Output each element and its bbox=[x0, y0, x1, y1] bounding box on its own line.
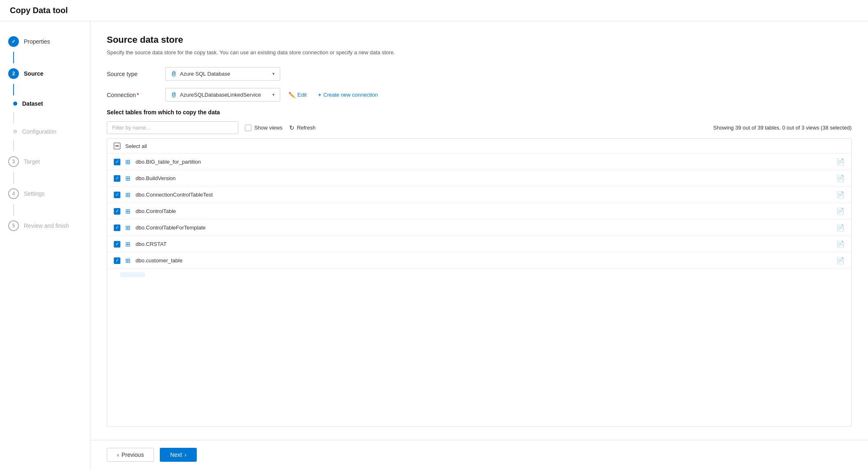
create-connection-link[interactable]: + Create new connection bbox=[315, 90, 381, 100]
table-checkbox-5[interactable]: ✓ bbox=[114, 241, 120, 248]
table-grid-icon-2: ⊞ bbox=[125, 191, 131, 199]
table-status: Showing 39 out of 39 tables, 0 out of 3 … bbox=[713, 125, 852, 131]
select-tables-label: Select tables from which to copy the dat… bbox=[107, 109, 852, 116]
select-all-checkbox[interactable] bbox=[114, 143, 120, 149]
table-row[interactable]: ✓ ⊞ dbo.ControlTableForTemplate 📄 bbox=[107, 220, 851, 236]
table-name-3: dbo.ControlTable bbox=[136, 208, 831, 214]
connection-label: Connection* bbox=[107, 92, 160, 98]
refresh-button[interactable]: ↻ Refresh bbox=[289, 124, 316, 132]
sidebar-label-properties: Properties bbox=[24, 38, 50, 45]
sidebar-label-dataset: Dataset bbox=[22, 100, 43, 107]
select-all-row[interactable]: Select all bbox=[107, 139, 851, 154]
source-type-select[interactable]: 🛢 Azure SQL Database ▾ bbox=[165, 67, 280, 81]
edit-icon: ✏️ bbox=[288, 92, 295, 98]
refresh-label: Refresh bbox=[297, 125, 316, 131]
footer: ‹ Previous Next › bbox=[90, 440, 868, 469]
table-name-1: dbo.BuildVersion bbox=[136, 175, 831, 181]
table-name-5: dbo.CRSTAT bbox=[136, 241, 831, 247]
connector-3 bbox=[13, 112, 14, 123]
connection-select[interactable]: 🛢 AzureSQLDatabaseLinkedService ▾ bbox=[165, 88, 280, 102]
connector-6 bbox=[13, 204, 14, 215]
db-icon-source: 🛢 bbox=[170, 70, 177, 77]
table-row[interactable]: ✓ ⊞ dbo.ConnectionControlTableTest 📄 bbox=[107, 187, 851, 203]
sidebar-label-source: Source bbox=[24, 70, 43, 77]
step-circle-dataset bbox=[13, 102, 17, 106]
step-circle-configuration bbox=[13, 130, 17, 134]
table-doc-icon-6[interactable]: 📄 bbox=[836, 257, 845, 264]
step-circle-properties: ✓ bbox=[8, 36, 19, 47]
table-doc-icon-4[interactable]: 📄 bbox=[836, 224, 845, 232]
edit-link[interactable]: ✏️ Edit bbox=[285, 90, 310, 100]
plus-icon: + bbox=[318, 92, 321, 98]
next-arrow-icon: › bbox=[184, 451, 186, 458]
table-row[interactable]: ✓ ⊞ dbo.customer_table 📄 bbox=[107, 252, 851, 269]
table-doc-icon-3[interactable]: 📄 bbox=[836, 207, 845, 215]
sidebar-item-target[interactable]: 3 Target bbox=[0, 151, 90, 172]
show-views-toggle[interactable]: Show views bbox=[245, 125, 283, 131]
table-doc-icon-1[interactable]: 📄 bbox=[836, 174, 845, 182]
table-name-0: dbo.BIG_table_for_partition bbox=[136, 159, 831, 165]
sidebar-item-properties[interactable]: ✓ Properties bbox=[0, 31, 90, 52]
table-row[interactable]: ✓ ⊞ dbo.BuildVersion 📄 bbox=[107, 170, 851, 187]
previous-button[interactable]: ‹ Previous bbox=[107, 448, 154, 462]
step-circle-target: 3 bbox=[8, 156, 19, 167]
connector-4 bbox=[13, 140, 14, 151]
table-row[interactable]: ✓ ⊞ dbo.CRSTAT 📄 bbox=[107, 236, 851, 252]
connector-5 bbox=[13, 172, 14, 183]
table-checkbox-1[interactable]: ✓ bbox=[114, 175, 120, 182]
sidebar-item-review[interactable]: 5 Review and finish bbox=[0, 215, 90, 236]
sidebar-item-dataset[interactable]: Dataset bbox=[0, 95, 90, 112]
show-views-checkbox[interactable] bbox=[245, 125, 251, 131]
source-type-label: Source type bbox=[107, 71, 160, 77]
table-checkbox-3[interactable]: ✓ bbox=[114, 208, 120, 215]
table-doc-icon-0[interactable]: 📄 bbox=[836, 158, 845, 166]
table-grid-icon-1: ⊞ bbox=[125, 175, 131, 182]
sidebar-label-target: Target bbox=[24, 158, 40, 165]
source-type-value: Azure SQL Database bbox=[180, 71, 230, 77]
table-doc-icon-2[interactable]: 📄 bbox=[836, 191, 845, 199]
sidebar-label-configuration: Configuration bbox=[22, 128, 56, 135]
table-row[interactable]: ✓ ⊞ dbo.BIG_table_for_partition 📄 bbox=[107, 154, 851, 170]
chevron-down-icon-connection: ▾ bbox=[272, 92, 275, 97]
main-content: Source data store Specify the source dat… bbox=[90, 21, 868, 440]
page-title: Source data store bbox=[107, 35, 852, 45]
sidebar-item-settings[interactable]: 4 Settings bbox=[0, 183, 90, 204]
table-row[interactable]: ✓ ⊞ dbo.ControlTable 📄 bbox=[107, 203, 851, 220]
tables-list: Select all ✓ ⊞ dbo.BIG_table_for_partiti… bbox=[107, 138, 852, 427]
table-name-2: dbo.ConnectionControlTableTest bbox=[136, 192, 831, 198]
sidebar-item-source[interactable]: 2 Source bbox=[0, 63, 90, 84]
app-title: Copy Data tool bbox=[0, 0, 868, 21]
table-checkbox-6[interactable]: ✓ bbox=[114, 257, 120, 264]
table-checkbox-2[interactable]: ✓ bbox=[114, 192, 120, 198]
refresh-icon: ↻ bbox=[289, 124, 295, 132]
table-name-4: dbo.ControlTableForTemplate bbox=[136, 225, 831, 231]
chevron-down-icon-source: ▾ bbox=[272, 71, 275, 76]
db-icon-connection: 🛢 bbox=[170, 91, 177, 98]
sidebar-label-review: Review and finish bbox=[24, 222, 69, 229]
connection-value: AzureSQLDatabaseLinkedService bbox=[180, 92, 261, 98]
sidebar-label-settings: Settings bbox=[24, 190, 45, 197]
table-toolbar: Show views ↻ Refresh Showing 39 out of 3… bbox=[107, 121, 852, 134]
sidebar-item-configuration[interactable]: Configuration bbox=[0, 123, 90, 140]
next-button[interactable]: Next › bbox=[160, 448, 196, 462]
create-connection-label: Create new connection bbox=[323, 92, 378, 98]
prev-arrow-icon: ‹ bbox=[117, 451, 119, 458]
table-grid-icon-4: ⊞ bbox=[125, 224, 131, 232]
table-checkbox-0[interactable]: ✓ bbox=[114, 159, 120, 165]
previous-label: Previous bbox=[122, 451, 144, 458]
step-circle-settings: 4 bbox=[8, 188, 19, 199]
show-views-label: Show views bbox=[254, 125, 283, 131]
table-grid-icon-5: ⊞ bbox=[125, 241, 131, 248]
table-doc-icon-5[interactable]: 📄 bbox=[836, 240, 845, 248]
sidebar: ✓ Properties 2 Source Dataset Configurat… bbox=[0, 21, 90, 469]
table-name-6: dbo.customer_table bbox=[136, 257, 831, 264]
scroll-indicator bbox=[107, 269, 851, 280]
table-checkbox-4[interactable]: ✓ bbox=[114, 225, 120, 231]
filter-input[interactable] bbox=[107, 121, 238, 134]
table-grid-icon-3: ⊞ bbox=[125, 208, 131, 215]
select-all-label: Select all bbox=[125, 143, 147, 149]
step-circle-source: 2 bbox=[8, 68, 19, 79]
edit-label: Edit bbox=[297, 92, 306, 98]
connector-1 bbox=[13, 52, 14, 63]
table-grid-icon-6: ⊞ bbox=[125, 257, 131, 264]
